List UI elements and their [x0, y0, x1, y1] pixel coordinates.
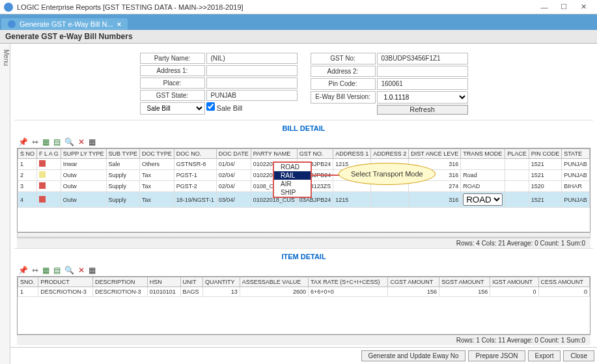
item-col-header[interactable]: UNIT: [180, 277, 203, 287]
header-form: Party Name: (NIL) Address 1: Place: GST …: [14, 53, 593, 115]
bill-col-header[interactable]: DOC NO.: [174, 149, 216, 159]
item-col-header[interactable]: DESCRIPTION: [93, 277, 148, 287]
pin-value[interactable]: 160061: [377, 78, 468, 90]
ewb-version-label: E-Way Bill Version:: [311, 91, 376, 104]
sale-bill-checkbox[interactable]: Sale Bill: [206, 102, 298, 115]
bill-col-header[interactable]: TRANS NAME: [589, 149, 590, 159]
dropdown-option[interactable]: RAIL: [274, 171, 311, 180]
item-col-header[interactable]: SGST AMOUNT: [439, 277, 490, 287]
place-label: Place:: [140, 77, 205, 89]
bill-col-header[interactable]: S NO: [18, 149, 37, 159]
tab-icon: [8, 20, 16, 28]
bill-col-header[interactable]: DOC TYPE: [139, 149, 174, 159]
toolbar-grid-icon[interactable]: ▦: [89, 266, 96, 275]
dropdown-option[interactable]: SHIP: [274, 188, 311, 197]
callout-bubble: Select Transport Mode: [339, 163, 436, 185]
dropdown-option[interactable]: AIR: [274, 180, 311, 188]
party-name-label: Party Name:: [140, 53, 205, 64]
trans-mode-dropdown[interactable]: ROADRAILAIRSHIP: [273, 161, 312, 198]
gst-no-value[interactable]: 03BUDPS3456F1Z1: [377, 53, 468, 64]
item-status: Rows: 1 Cols: 11 Average: 0 Count: 1 Sum…: [17, 335, 590, 345]
bill-col-header[interactable]: SUB TYPE: [106, 149, 139, 159]
toolbar-pin-icon[interactable]: 📌: [18, 266, 28, 275]
bill-toolbar: 📌 ⇿ ▦ ▤ 🔍 ✕ ▦: [14, 136, 593, 148]
flag-icon: [39, 160, 46, 167]
place-value[interactable]: [206, 77, 298, 89]
gst-state-label: GST State:: [140, 90, 205, 101]
bill-col-header[interactable]: PARTY NAME: [251, 149, 297, 159]
prepare-json-button[interactable]: Prepare JSON: [468, 350, 525, 361]
toolbar-grid-icon[interactable]: ▦: [89, 137, 96, 147]
toolbar-find-icon[interactable]: 🔍: [64, 137, 74, 147]
address1-value[interactable]: [206, 65, 298, 76]
bill-col-header[interactable]: STATE: [562, 149, 590, 159]
item-toolbar: 📌 ⇿ ▦ ▤ 🔍 ✕ ▦: [14, 264, 593, 276]
gst-state-value[interactable]: PUNJAB: [206, 90, 298, 101]
bill-col-header[interactable]: ADDRESS 1: [333, 149, 371, 159]
export-button[interactable]: Export: [528, 350, 561, 361]
toolbar-export-icon[interactable]: ▤: [53, 137, 61, 147]
flag-icon: [39, 196, 46, 203]
item-col-header[interactable]: HSN: [147, 277, 180, 287]
dropdown-option[interactable]: ROAD: [274, 163, 311, 171]
toolbar-export-icon[interactable]: ▤: [53, 266, 61, 275]
bill-col-header[interactable]: PIN CODE: [529, 149, 562, 159]
item-col-header[interactable]: CESS AMOUNT: [538, 277, 589, 287]
document-tabbar: Generate GST e-Way Bill N... ×: [0, 14, 597, 30]
bill-col-header[interactable]: DIST ANCE LEVE: [409, 149, 461, 159]
close-button[interactable]: Close: [563, 350, 594, 361]
window-titlebar: LOGIC Enterprise Reports [GST TESTING DA…: [0, 0, 597, 14]
callout-connector: [312, 175, 341, 176]
toolbar-find-icon[interactable]: 🔍: [64, 266, 74, 275]
item-col-header[interactable]: QUANTITY: [203, 277, 240, 287]
toolbar-excel-icon[interactable]: ▦: [42, 137, 49, 147]
footer-actions: Generate and Update Eway No Prepare JSON…: [10, 347, 597, 364]
bill-col-header[interactable]: TRANS MODE: [461, 149, 505, 159]
bill-col-header[interactable]: F L A G: [37, 149, 61, 159]
item-col-header[interactable]: TAX RATE (S+C+I+CESS): [308, 277, 388, 287]
refresh-button[interactable]: Refresh: [377, 105, 468, 115]
bill-hscroll[interactable]: [17, 232, 590, 238]
sale-bill-select[interactable]: Sale Bill: [140, 102, 205, 115]
window-title: LOGIC Enterprise Reports [GST TESTING DA…: [17, 3, 535, 11]
item-detail-title: ITEM DETAIL: [14, 248, 593, 264]
trans-mode-select[interactable]: ROAD: [463, 193, 503, 206]
item-col-header[interactable]: ASSESSABLE VALUE: [240, 277, 308, 287]
bill-col-header[interactable]: PLACE: [505, 149, 529, 159]
flag-icon: [39, 171, 46, 178]
toolbar-excel-icon[interactable]: ▦: [42, 266, 49, 275]
bill-col-header[interactable]: SUPP LY TYPE: [61, 149, 106, 159]
item-col-header[interactable]: IGST AMOUNT: [490, 277, 538, 287]
page-title: Generate GST e-Way Bill Numbers: [0, 30, 597, 44]
bill-col-header[interactable]: ADDRESS 2: [371, 149, 409, 159]
app-icon: [4, 3, 13, 12]
item-col-header[interactable]: SNO.: [18, 277, 38, 287]
ewb-version-select[interactable]: 1.0.1118: [377, 91, 468, 104]
item-row[interactable]: 1DESCRIOTION-3DESCRIOTION-301010101BAGS1…: [18, 287, 590, 297]
maximize-button[interactable]: ☐: [554, 1, 574, 13]
item-col-header[interactable]: CGST AMOUNT: [388, 277, 439, 287]
bill-col-header[interactable]: GST NO.: [297, 149, 333, 159]
minimize-button[interactable]: —: [535, 1, 554, 13]
close-window-button[interactable]: ✕: [574, 1, 593, 13]
toolbar-pin-icon[interactable]: 📌: [18, 137, 28, 147]
callout-text: Select Transport Mode: [339, 163, 436, 185]
toolbar-cols-icon[interactable]: ⇿: [32, 266, 38, 275]
tab-label: Generate GST e-Way Bill N...: [20, 20, 113, 28]
address2-value[interactable]: [377, 66, 468, 77]
pin-label: Pin Code:: [311, 78, 376, 90]
flag-icon: [39, 182, 46, 189]
item-grid[interactable]: SNO.PRODUCTDESCRIPTIONHSNUNITQUANTITYASS…: [17, 276, 590, 335]
tab-close-icon[interactable]: ×: [117, 20, 121, 28]
toolbar-delete-icon[interactable]: ✕: [78, 137, 85, 147]
item-col-header[interactable]: PRODUCT: [38, 277, 93, 287]
toolbar-cols-icon[interactable]: ⇿: [32, 137, 38, 147]
bill-detail-title: BILL DETAIL: [14, 120, 593, 136]
gst-no-label: GST No:: [311, 53, 376, 64]
bill-col-header[interactable]: DOC DATE: [216, 149, 251, 159]
party-name-value[interactable]: (NIL): [206, 53, 298, 64]
toolbar-delete-icon[interactable]: ✕: [78, 266, 85, 275]
side-menu-handle[interactable]: Menu: [0, 44, 10, 364]
tab-generate-eway[interactable]: Generate GST e-Way Bill N... ×: [1, 18, 128, 30]
generate-update-button[interactable]: Generate and Update Eway No: [361, 350, 466, 361]
